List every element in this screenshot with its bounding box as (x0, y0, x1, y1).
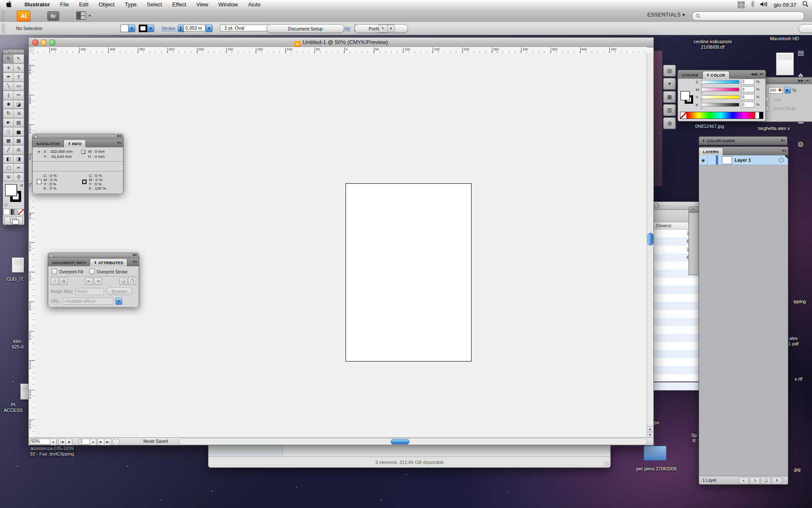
menu-item-window[interactable]: Window (213, 0, 243, 9)
lock-toggle[interactable] (708, 155, 716, 165)
finder-row[interactable] (652, 286, 703, 294)
rectangle-tool[interactable]: ▭ (13, 82, 24, 91)
ruler-origin-corner[interactable] (29, 47, 35, 53)
select-similar-dropdown[interactable]: ▼ (387, 25, 395, 32)
cmyk-slider-y[interactable]: Y▲0% (696, 94, 765, 99)
make-mask-button[interactable]: ◐ (739, 477, 749, 484)
slice-tool[interactable]: ✂ (13, 163, 24, 173)
layer-name[interactable]: Layer 1 (735, 157, 779, 163)
palette-menu-icon[interactable]: ▾≡ (782, 149, 786, 153)
line-tool[interactable]: ╲ (3, 82, 14, 91)
type-tool[interactable]: T (13, 72, 24, 82)
close-button[interactable] (50, 254, 54, 258)
finder-row[interactable] (652, 382, 703, 390)
zoom-tool[interactable]: ⚲ (13, 173, 24, 182)
cmyk-slider-k[interactable]: K▲0% (696, 102, 765, 107)
close-button[interactable] (34, 135, 38, 139)
stroke-dropdown[interactable]: ▼ (147, 25, 154, 32)
collapse-icon[interactable]: ◀◀ (132, 253, 137, 257)
finder-row[interactable] (652, 334, 703, 342)
menu-item-file[interactable]: File (55, 0, 74, 9)
panel-dock-icon[interactable]: ▦ (663, 91, 676, 103)
desktop-label-macintosh_hd[interactable]: Macintosh HD (757, 36, 812, 41)
cmyk-slider-c[interactable]: C▲0% (696, 79, 765, 84)
prev-page-button[interactable]: ◀ (65, 439, 72, 445)
attribute-icon-button[interactable]: □ (51, 278, 59, 285)
url-dropdown[interactable]: ▼ (115, 298, 122, 305)
graph-tool[interactable]: ▅ (13, 127, 24, 136)
fill-swatch[interactable] (680, 91, 690, 100)
slider-track[interactable]: ▲ (701, 88, 739, 91)
live-paint-selection-tool[interactable]: ◨ (13, 155, 24, 164)
palette-menu-icon[interactable]: ▾≡ (117, 141, 121, 145)
palette-titlebar[interactable] (3, 50, 24, 54)
finder-row[interactable] (652, 318, 703, 326)
white-black-swatches[interactable] (755, 112, 763, 119)
palette-titlebar[interactable]: ◀◀ (33, 134, 123, 139)
close-button[interactable] (691, 208, 695, 213)
panel-dock-icon[interactable]: ✦ (663, 78, 676, 90)
color-guide-panel-header[interactable]: ⇕ COLOR GUIDE ▾≡ (699, 136, 787, 145)
artboard[interactable] (346, 183, 472, 362)
screen-mode-button[interactable] (4, 217, 23, 225)
palette-menu-icon[interactable]: ▾≡ (781, 138, 785, 143)
symbol-sprayer-tool[interactable]: ░ (3, 127, 14, 136)
slider-track[interactable]: ▲ (701, 103, 739, 107)
finder-row[interactable] (652, 350, 703, 358)
eyedropper-tool[interactable]: ╱ (3, 145, 14, 155)
paintbrush-tool[interactable]: ʃ (3, 91, 14, 100)
visibility-eye-icon[interactable]: ◉ (699, 155, 708, 165)
stroke-weight-field[interactable]: 0,353 m (184, 25, 206, 31)
document-setup-button[interactable]: Document Setup (266, 24, 344, 33)
menu-item-aiuto[interactable]: Aiuto (243, 0, 266, 9)
slider-value-field[interactable]: 0 (741, 94, 754, 100)
apple-menu-icon[interactable] (6, 1, 12, 9)
vertical-ruler[interactable]: 2 0 01 5 01 0 05 005 01 0 01 5 02 0 02 5… (29, 53, 35, 438)
resize-grip[interactable] (604, 461, 609, 467)
bluetooth-icon[interactable] (751, 1, 754, 8)
close-button[interactable] (654, 204, 659, 209)
document-icon[interactable] (12, 257, 24, 273)
desktop-label-assistenza[interactable]: assistenza-035-3209 92 - Fax .textClippi… (3, 446, 101, 457)
search-input[interactable] (692, 11, 804, 21)
cutoff-button[interactable] (798, 24, 812, 33)
magic-wand-tool[interactable]: ✳ (3, 64, 14, 73)
free-transform-tool[interactable]: ▧ (13, 118, 24, 127)
finder-row[interactable] (652, 302, 703, 310)
blob-brush-tool[interactable]: ✺ (3, 100, 14, 109)
slider-value-field[interactable]: 0 (741, 79, 754, 85)
menu-item-illustrator[interactable]: Illustrator (19, 0, 55, 9)
pen-tool[interactable]: ✒ (3, 72, 14, 82)
color-button[interactable] (3, 209, 10, 215)
scale-tool[interactable]: ⇲ (13, 109, 24, 118)
none-button[interactable] (18, 209, 24, 215)
rotate-tool[interactable]: ↻ (3, 109, 14, 118)
zoom-level-field[interactable]: 50% (30, 439, 52, 444)
desktop-label-cug[interactable]: CUG_IT. (3, 276, 28, 282)
delete-layer-button[interactable]: ⚱ (772, 477, 782, 484)
desktop-label-pi[interactable]: PI ACCESS (0, 402, 26, 413)
live-paint-bucket-tool[interactable]: ◧ (3, 155, 14, 164)
finder-row[interactable] (652, 366, 703, 374)
desktop-label-frag_jpg[interactable]: .jpg (785, 467, 809, 472)
spectrum-ramp[interactable] (687, 112, 755, 119)
finder-row[interactable] (652, 294, 703, 302)
finder-row[interactable] (652, 278, 703, 286)
layer-thumbnail[interactable] (722, 156, 732, 164)
panel-dock-icon[interactable]: ▥ (663, 104, 676, 116)
overprint-stroke-checkbox[interactable]: Overprint Stroke (89, 269, 128, 274)
fill-swatch[interactable] (121, 25, 129, 32)
folder-icon[interactable] (644, 444, 667, 461)
stroke-panel-link[interactable]: Stroke: (162, 26, 176, 31)
cmyk-slider-m[interactable]: M▲0% (696, 87, 765, 92)
menu-item-object[interactable]: Object (93, 0, 120, 9)
document-titlebar[interactable]: AiUntitled-1 @ 50% (CMYK/Preview) (29, 38, 653, 47)
new-layer-button[interactable]: ❏ (761, 477, 771, 484)
stroke-swatch[interactable] (139, 25, 147, 32)
bridge-button[interactable]: Br (47, 11, 59, 21)
canvas[interactable] (34, 53, 647, 438)
tab-layers[interactable]: LAYERS (699, 148, 723, 155)
scroll-up-arrow[interactable]: ▲ (647, 426, 653, 432)
finder-row[interactable] (652, 374, 703, 382)
drag-grip[interactable] (2, 11, 5, 20)
